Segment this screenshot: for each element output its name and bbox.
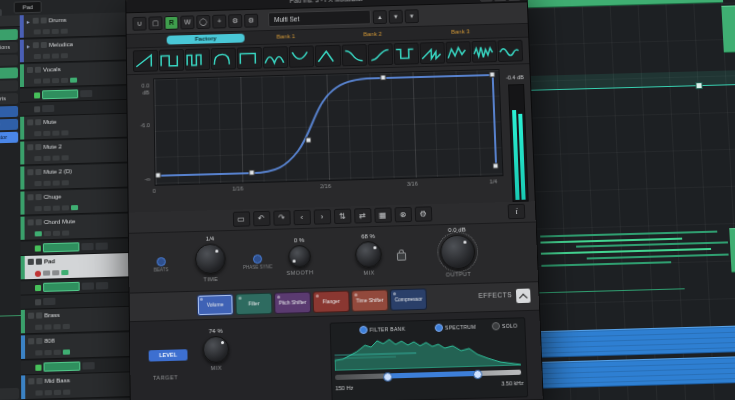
mute-button[interactable] — [28, 313, 34, 319]
preset-menu-button[interactable]: ▾ — [405, 9, 419, 23]
automation-line-2[interactable] — [537, 288, 684, 293]
flip-horizontal-icon[interactable]: ⇄ — [354, 208, 372, 224]
read-automation-button[interactable]: R — [164, 15, 178, 29]
frequency-range-slider[interactable] — [335, 370, 521, 380]
inspector-item-instrument[interactable]: Pad — [0, 67, 18, 79]
shape-preset-s-curve[interactable] — [367, 43, 393, 65]
solo-toggle[interactable]: SOLO — [492, 322, 518, 331]
effect-time-shifter-button[interactable]: Time Shifter — [351, 289, 388, 311]
lane-button[interactable] — [35, 299, 41, 305]
midi-note[interactable] — [541, 261, 671, 267]
add-button[interactable]: + — [212, 14, 226, 28]
effect-volume-button[interactable]: Volume — [197, 294, 234, 316]
preset-selector[interactable]: Multi Set — [268, 10, 371, 27]
solo-button[interactable] — [36, 219, 42, 225]
write-automation-button[interactable]: W — [180, 15, 194, 29]
inspector-item-sends[interactable]: Sends — [0, 388, 19, 400]
solo-button[interactable] — [36, 378, 42, 384]
snapshot-icon[interactable]: ▦ — [374, 207, 392, 223]
activate-icon[interactable]: ▢ — [148, 16, 162, 30]
inspector-item-audio-inserts[interactable]: Audio Inserts — [0, 93, 18, 105]
mute-button[interactable] — [27, 169, 33, 175]
solo-button[interactable] — [35, 169, 41, 175]
mute-button[interactable] — [27, 194, 33, 200]
spectrum-toggle[interactable]: SPECTRUM — [435, 323, 476, 332]
smooth-knob[interactable] — [288, 245, 311, 268]
lane-button[interactable] — [35, 245, 41, 251]
prev-preset-button[interactable]: ▴ — [373, 10, 387, 24]
target-value-badge[interactable]: LEVEL — [149, 349, 188, 361]
shape-preset-triangle[interactable] — [315, 45, 341, 67]
midi-note[interactable] — [576, 241, 728, 247]
settings-icon[interactable]: ⚙ — [414, 206, 432, 222]
info-icon[interactable]: i — [508, 204, 526, 220]
shape-preset-square-step[interactable] — [159, 49, 184, 71]
mute-button[interactable] — [28, 338, 34, 344]
tab-bank-1[interactable]: Bank 1 — [276, 32, 295, 41]
shape-preset-noise[interactable] — [471, 40, 497, 62]
midi-note[interactable] — [587, 254, 729, 260]
prev-shape-icon[interactable]: ‹ — [293, 210, 311, 226]
inspector-tab[interactable]: Inspector — [0, 15, 20, 28]
effect-pitch-shifter-button[interactable]: Pitch Shifter — [274, 292, 311, 314]
inspector-item-chords[interactable]: Chords — [0, 55, 18, 67]
midi-note[interactable] — [540, 231, 717, 238]
shape-preset-square[interactable] — [237, 47, 262, 69]
inspector-item-equalizers[interactable]: Equalizers — [0, 80, 18, 92]
mute-button[interactable] — [28, 259, 34, 265]
tab-bank-2[interactable]: Bank 2 — [363, 30, 382, 39]
curve-editor[interactable] — [153, 69, 503, 186]
lock-icon[interactable] — [397, 252, 406, 260]
lane-button[interactable] — [35, 284, 41, 290]
freq-low-handle[interactable] — [383, 372, 392, 382]
shape-preset-decay[interactable] — [341, 44, 367, 66]
flip-vertical-icon[interactable]: ⇅ — [333, 209, 351, 225]
mute-button[interactable] — [27, 67, 33, 73]
shape-preset-zigzag[interactable] — [445, 41, 471, 63]
phase-sync-toggle[interactable]: PHASE SYNC — [243, 254, 273, 270]
solo-button[interactable] — [36, 258, 42, 264]
solo-button[interactable] — [36, 194, 42, 200]
record-button[interactable] — [35, 270, 41, 276]
beats-toggle[interactable]: BEATS — [154, 257, 169, 273]
insert-slot-dualfilter[interactable]: DualFilter — [0, 106, 18, 118]
draw-icon[interactable]: ▭ — [232, 211, 249, 227]
mute-button[interactable] — [28, 378, 34, 384]
effect-flanger-button[interactable]: Flanger — [313, 291, 350, 313]
compare-button[interactable]: ◯ — [196, 14, 210, 28]
mute-button[interactable] — [28, 219, 34, 225]
lane-button[interactable] — [34, 92, 40, 98]
volume-mix-knob[interactable] — [203, 336, 230, 363]
solo-button[interactable] — [41, 17, 47, 23]
clip-green[interactable] — [525, 0, 723, 8]
automation-node[interactable] — [695, 82, 702, 89]
mute-button[interactable] — [27, 144, 33, 150]
redo-icon[interactable]: ↷ — [273, 210, 291, 226]
lane-clip[interactable] — [43, 242, 80, 252]
lane-clip[interactable] — [43, 282, 80, 292]
shape-preset-valley[interactable] — [289, 45, 315, 67]
mute-button[interactable] — [33, 42, 39, 48]
tab-bank-3[interactable]: Bank 3 — [451, 27, 470, 36]
shape-preset-bumps[interactable] — [263, 46, 289, 68]
lane-clip[interactable] — [44, 361, 81, 371]
clip-blue[interactable] — [539, 325, 735, 358]
inspector-item-track-versions[interactable]: Track Versions — [0, 42, 18, 54]
effect-compressor-button[interactable]: Compressor — [390, 288, 427, 310]
freq-high-handle[interactable] — [473, 370, 483, 380]
filter-bank-toggle[interactable]: FILTER BANK — [359, 325, 405, 334]
next-shape-icon[interactable]: › — [313, 209, 331, 225]
solo-button[interactable] — [35, 119, 41, 125]
mix-knob[interactable] — [355, 241, 382, 268]
mute-button[interactable] — [27, 119, 33, 125]
bypass-button[interactable]: ∪ — [132, 16, 146, 30]
shape-preset-notch[interactable] — [393, 43, 419, 65]
shape-preset-double-pulse[interactable] — [185, 48, 210, 70]
clip-blue[interactable] — [540, 355, 735, 388]
gear-icon[interactable]: ⚙ — [244, 13, 258, 27]
clip-green[interactable] — [721, 5, 735, 53]
shape-preset-saw-spikes[interactable] — [419, 42, 445, 64]
shape-preset-round-bump[interactable] — [211, 48, 236, 70]
effect-filter-button[interactable]: Filter — [235, 293, 272, 315]
midi-note[interactable] — [541, 248, 711, 255]
